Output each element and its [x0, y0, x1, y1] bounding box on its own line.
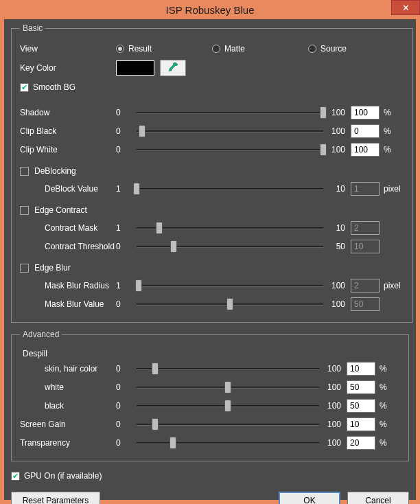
slider-value-input[interactable]	[347, 417, 375, 431]
checkbox-icon: ✔	[20, 83, 29, 92]
slider-thumb[interactable]	[224, 400, 231, 412]
slider-value-input[interactable]	[347, 399, 375, 413]
slider-max: 100	[323, 382, 347, 392]
slider-min: 0	[116, 299, 132, 309]
slider-thumb[interactable]	[135, 279, 142, 292]
edge-contract-label: Edge Contract	[34, 205, 87, 215]
slider-track[interactable]	[132, 297, 327, 311]
edge-blur-toggle[interactable]: Edge Blur	[20, 260, 404, 276]
slider-max: 100	[327, 145, 351, 154]
slider-max: 100	[327, 108, 351, 117]
slider-value-input[interactable]	[347, 380, 375, 394]
slider-label: white	[20, 382, 116, 392]
view-label: View	[20, 44, 116, 54]
slider-min: 0	[116, 401, 132, 411]
radio-icon	[212, 45, 220, 53]
advanced-group: Advanced Despill skin, hair color 0 100 …	[11, 330, 409, 461]
slider-max: 100	[327, 299, 351, 309]
slider-thumb[interactable]	[170, 240, 177, 253]
slider-unit: %	[375, 438, 400, 448]
window-title: ISP Robuskey Blue	[0, 4, 420, 16]
slider-unit: %	[380, 145, 404, 154]
view-row: View Result Matte Source	[20, 40, 404, 58]
slider-thumb[interactable]	[152, 363, 159, 375]
slider-track[interactable]	[132, 106, 327, 119]
slider-thumb[interactable]	[170, 437, 176, 449]
checkbox-icon: ✔	[11, 472, 20, 481]
slider-track[interactable]	[132, 240, 327, 253]
slider-track[interactable]	[132, 362, 323, 376]
key-color-swatch[interactable]	[116, 60, 154, 76]
slider-thumb[interactable]	[133, 183, 140, 195]
edge-contract-toggle[interactable]: Edge Contract	[20, 202, 404, 218]
radio-label: Source	[320, 44, 347, 54]
reset-button[interactable]: Reset Parameters	[11, 492, 100, 504]
view-source-radio[interactable]: Source	[308, 44, 404, 54]
slider-value-input[interactable]	[351, 143, 380, 157]
slider-max: 100	[323, 438, 347, 448]
cancel-button[interactable]: Cancel	[347, 492, 409, 504]
slider-value-input[interactable]	[347, 436, 375, 450]
radio-label: Matte	[224, 44, 245, 54]
slider-track[interactable]	[132, 221, 327, 235]
slider-value-input	[351, 240, 380, 253]
checkbox-icon	[20, 206, 29, 215]
slider-label: DeBlock Value	[20, 184, 116, 194]
shadow-slider: Shadow 0 100 %	[20, 104, 404, 122]
slider-value-input	[351, 182, 380, 196]
slider-max: 100	[327, 126, 351, 136]
view-radio-group: Result Matte Source	[116, 44, 404, 54]
smooth-bg-row[interactable]: ✔ Smooth BG	[20, 78, 404, 96]
slider-track[interactable]	[132, 436, 323, 450]
slider-thumb[interactable]	[320, 106, 327, 119]
slider-value-input[interactable]	[347, 362, 375, 376]
slider-unit: %	[375, 382, 400, 392]
slider-thumb[interactable]	[320, 144, 327, 156]
slider-max: 50	[327, 242, 351, 251]
slider-max: 100	[323, 420, 347, 429]
ok-button[interactable]: OK	[279, 492, 340, 504]
mask-blur-radius-slider: Mask Blur Radius 1 100 pixel	[20, 277, 404, 295]
gpu-checkbox[interactable]: ✔ GPU On (if available)	[11, 471, 409, 481]
close-button[interactable]: ✕	[391, 0, 420, 15]
slider-thumb[interactable]	[152, 418, 159, 431]
slider-unit: %	[375, 401, 400, 411]
view-matte-radio[interactable]: Matte	[212, 44, 308, 54]
slider-track[interactable]	[132, 182, 327, 196]
slider-label: black	[20, 401, 116, 411]
slider-max: 100	[323, 401, 347, 411]
contract-mask-slider: Contract Mask 1 10	[20, 219, 404, 237]
slider-label: Transparency	[20, 438, 116, 448]
slider-thumb[interactable]	[224, 381, 231, 393]
slider-track[interactable]	[132, 124, 327, 138]
slider-unit: pixel	[380, 184, 404, 194]
slider-min: 0	[116, 242, 132, 251]
deblocking-toggle[interactable]: DeBlocking	[20, 163, 404, 179]
clip-white-slider: Clip White 0 100 %	[20, 141, 404, 159]
dialog-body: Basic View Result Matte Source Key Color	[4, 19, 416, 500]
slider-label: Clip Black	[20, 126, 116, 136]
slider-thumb[interactable]	[156, 222, 163, 234]
slider-value-input[interactable]	[351, 124, 380, 138]
radio-icon	[116, 45, 124, 53]
edge-blur-label: Edge Blur	[34, 263, 71, 273]
key-color-row: Key Color	[20, 59, 404, 77]
slider-max: 100	[327, 281, 351, 290]
eyedropper-button[interactable]	[160, 60, 186, 76]
view-result-radio[interactable]: Result	[116, 44, 212, 54]
slider-track[interactable]	[132, 279, 327, 293]
basic-legend: Basic	[20, 23, 45, 33]
slider-value-input	[351, 279, 380, 293]
slider-thumb[interactable]	[139, 125, 145, 137]
slider-value-input[interactable]	[351, 106, 380, 119]
slider-label: skin, hair color	[20, 364, 116, 374]
slider-track[interactable]	[132, 380, 323, 394]
slider-track[interactable]	[132, 417, 323, 431]
slider-thumb[interactable]	[226, 298, 233, 310]
despill-label: Despill	[20, 349, 400, 358]
slider-track[interactable]	[132, 399, 323, 413]
slider-min: 0	[116, 145, 132, 154]
slider-track[interactable]	[132, 143, 327, 157]
close-icon: ✕	[402, 3, 410, 13]
slider-min: 0	[116, 364, 132, 374]
